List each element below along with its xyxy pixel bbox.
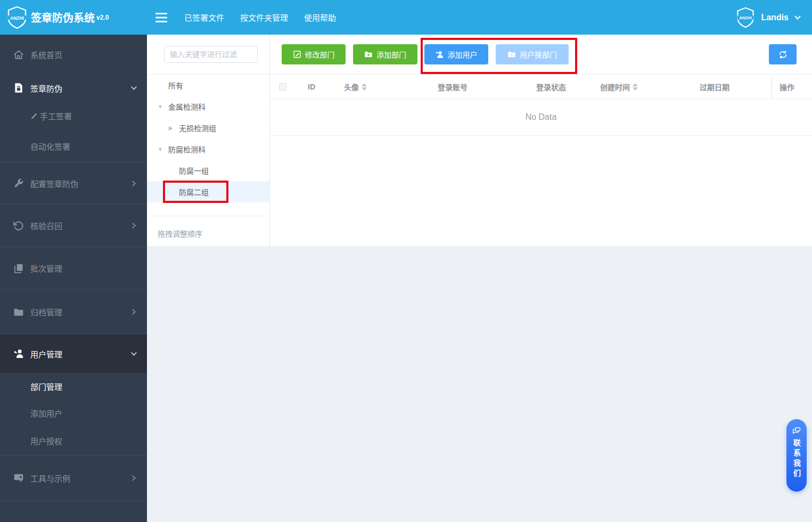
sidebar-item-home[interactable]: 系统首页 [0, 35, 147, 75]
copy-pages-icon [13, 263, 24, 274]
tree-filter-input[interactable] [164, 46, 258, 63]
sidebar-item-auto-sign[interactable]: 自动化签署 [0, 130, 147, 162]
sidebar-item-label: 核验召回 [30, 220, 62, 231]
chat-bubble-icon [792, 426, 801, 436]
sidebar-item-label: 批次管理 [30, 263, 62, 274]
tree-node-metal-dept[interactable]: ▼ 金属检测科 [147, 96, 269, 117]
app-title: 签章防伪系统 [31, 10, 95, 25]
chevron-down-icon [130, 85, 137, 92]
chevron-down-icon [130, 350, 137, 357]
select-all-cell [270, 75, 296, 99]
sidebar-item-department-management[interactable]: 部门管理 [0, 373, 147, 399]
sidebar-item-batch-management[interactable]: 批次管理 [0, 247, 147, 290]
sidebar-item-label: 工具与示例 [30, 472, 70, 484]
folder-icon [13, 307, 24, 317]
sort-caret-icon[interactable] [362, 83, 367, 91]
annotation-box-selected-group [163, 181, 228, 203]
nav-folder-management[interactable]: 按文件夹管理 [240, 12, 288, 23]
undo-icon [13, 221, 24, 231]
column-label: 过期日期 [700, 81, 729, 92]
brand-text: ANZHI [10, 15, 24, 20]
brand-shield-icon: ANZHI [6, 6, 28, 29]
table-header: ID 头像 登录账号 登录状态 创建时间 过期日期 操作 [270, 75, 812, 99]
refresh-button[interactable] [769, 44, 797, 64]
nav-help[interactable]: 使用帮助 [304, 12, 336, 23]
sidebar-item-label: 系统首页 [30, 49, 62, 60]
app-logo-area: ANZHI 签章防伪系统 v2.0 [0, 6, 147, 29]
header-filler [802, 75, 812, 99]
column-label: 头像 [344, 81, 359, 92]
chevron-right-icon [130, 180, 137, 187]
badge-icon [13, 472, 24, 483]
tree-node-ndt-group[interactable]: ▶ 无损检测组 [147, 117, 269, 138]
column-label: 登录状态 [536, 81, 566, 92]
refresh-icon [778, 50, 788, 59]
tree-node-label: 无损检测组 [179, 123, 216, 133]
sidebar-item-label: 部门管理 [30, 381, 62, 392]
caret-collapsed-icon[interactable]: ▶ [167, 125, 175, 132]
top-nav: 已签署文件 按文件夹管理 使用帮助 [184, 12, 336, 23]
pen-icon [30, 112, 38, 120]
column-header-created-time[interactable]: 创建时间 [580, 75, 658, 99]
wrench-icon [13, 178, 24, 189]
column-header-avatar[interactable]: 头像 [327, 75, 383, 99]
sidebar-item-verify-recall[interactable]: 核验召回 [0, 205, 147, 247]
column-header-login-status: 登录状态 [522, 75, 580, 99]
tree-node-anticorrosion-dept[interactable]: ▼ 防腐检测科 [147, 138, 269, 160]
button-label: 添加部门 [376, 49, 406, 60]
column-header-id: ID [296, 75, 327, 99]
home-icon [13, 50, 24, 60]
annotation-box-user-buttons [421, 38, 577, 74]
tree-node-label: 防腐一组 [179, 165, 209, 176]
sort-caret-icon[interactable] [633, 83, 638, 91]
edit-department-button[interactable]: 修改部门 [282, 44, 346, 64]
column-label: 操作 [780, 81, 794, 92]
contact-us-label: 联系我们 [791, 439, 802, 479]
tree-node-all[interactable]: 所有 [147, 75, 269, 96]
sidebar-item-label: 配置签章防伪 [30, 178, 78, 189]
topbar: ANZHI 签章防伪系统 v2.0 已签署文件 按文件夹管理 使用帮助 ANZH… [0, 0, 812, 35]
hamburger-menu-icon[interactable] [155, 13, 167, 22]
sidebar-item-seal-antifake[interactable]: 签章防伪 [0, 75, 147, 101]
sidebar-item-add-user[interactable]: 添加用户 [0, 399, 147, 426]
empty-table-message: No Data [270, 99, 812, 136]
tree-filter-area [147, 35, 269, 75]
sidebar-item-tools-examples[interactable]: 工具与示例 [0, 455, 147, 501]
caret-expanded-icon[interactable]: ▼ [156, 146, 165, 152]
tree-node-label: 金属检测科 [168, 101, 206, 112]
edit-square-icon [293, 50, 301, 59]
sidebar-item-label: 用户管理 [30, 348, 62, 360]
caret-expanded-icon[interactable]: ▼ [156, 103, 165, 110]
chevron-down-icon [794, 14, 801, 21]
tree-node-label: 所有 [168, 80, 183, 91]
sidebar-item-label: 自动化签署 [30, 141, 70, 152]
tree-node-label: 防腐检测科 [168, 144, 206, 154]
column-label: ID [308, 83, 315, 91]
app-version: v2.0 [96, 14, 109, 21]
sidebar-item-user-management[interactable]: 用户管理 [0, 335, 147, 373]
select-all-checkbox[interactable] [279, 83, 286, 91]
sidebar-item-user-authorization[interactable]: 用户授权 [0, 426, 147, 455]
nav-signed-files[interactable]: 已签署文件 [184, 12, 224, 23]
sidebar-item-config-antifake[interactable]: 配置签章防伪 [0, 162, 147, 205]
department-tree-panel: 所有 ▼ 金属检测科 ▶ 无损检测组 ▼ 防腐检测科 防腐一组 防腐二组 拖拽调… [147, 35, 270, 246]
sidebar-item-label: 用户授权 [30, 435, 62, 446]
sidebar-item-archive-management[interactable]: 归档管理 [0, 290, 147, 335]
column-header-expire-date: 过期日期 [658, 75, 772, 99]
column-label: 登录账号 [438, 81, 467, 92]
sidebar: 系统首页 签章防伪 手工签署 自动化签署 配置签章防伪 [0, 35, 147, 522]
folder-plus-icon [364, 50, 373, 59]
no-data-text: No Data [526, 112, 557, 122]
sidebar-item-label: 签章防伪 [30, 83, 62, 94]
sidebar-item-manual-sign[interactable]: 手工签署 [0, 101, 147, 130]
column-label: 创建时间 [600, 81, 630, 92]
chevron-right-icon [130, 222, 137, 229]
user-menu[interactable]: ANZHI Landis [735, 7, 812, 28]
button-label: 修改部门 [305, 49, 335, 60]
sidebar-item-label: 归档管理 [30, 306, 62, 317]
add-department-button[interactable]: 添加部门 [353, 44, 417, 64]
sidebar-item-label: 手工签署 [40, 110, 72, 121]
contact-us-button[interactable]: 联系我们 [786, 419, 807, 492]
column-header-actions: 操作 [772, 75, 802, 99]
tree-node-anticorrosion-group1[interactable]: 防腐一组 [147, 160, 269, 181]
